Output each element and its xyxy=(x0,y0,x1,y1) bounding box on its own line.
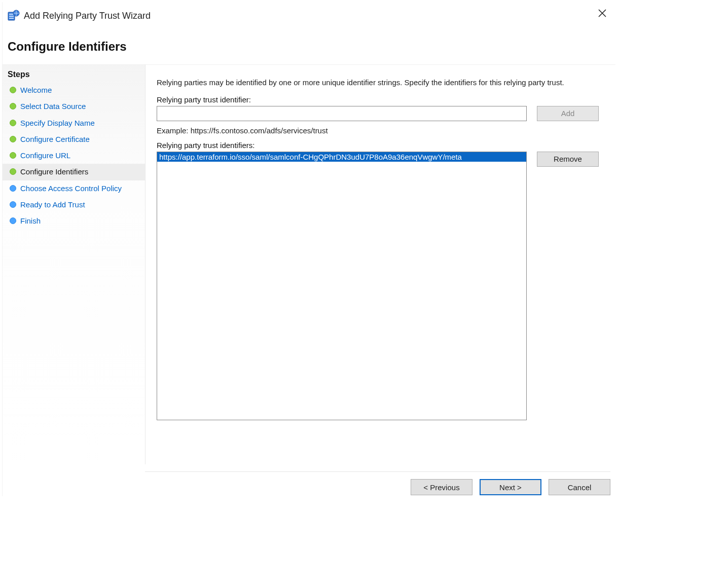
step-label: Configure Identifiers xyxy=(20,167,140,177)
step-label: Select Data Source xyxy=(20,101,140,112)
step-bullet-icon xyxy=(10,217,16,224)
step-bullet-icon xyxy=(10,87,16,93)
identifiers-listbox[interactable]: https://app.terraform.io/sso/saml/samlco… xyxy=(157,152,527,420)
cancel-button[interactable]: Cancel xyxy=(549,479,610,495)
next-button[interactable]: Next > xyxy=(480,479,541,495)
step-item-2[interactable]: Specify Display Name xyxy=(3,115,145,131)
step-bullet-icon xyxy=(10,201,16,208)
titlebar: Add Relying Party Trust Wizard xyxy=(3,2,615,27)
step-bullet-icon xyxy=(10,185,16,192)
step-label: Specify Display Name xyxy=(20,118,140,128)
previous-button[interactable]: < Previous xyxy=(411,479,472,495)
description-text: Relying parties may be identified by one… xyxy=(157,77,604,88)
step-item-8[interactable]: Finish xyxy=(3,213,145,229)
identifier-input-label: Relying party trust identifier: xyxy=(157,95,604,104)
step-label: Configure Certificate xyxy=(20,134,140,144)
main-pane: Relying parties may be identified by one… xyxy=(145,64,615,464)
step-label: Configure URL xyxy=(20,151,140,161)
wizard-window: Add Relying Party Trust Wizard Configure… xyxy=(2,2,615,496)
step-bullet-icon xyxy=(10,120,16,126)
identifier-input[interactable] xyxy=(157,106,527,121)
step-bullet-icon xyxy=(10,168,16,175)
step-item-6[interactable]: Choose Access Control Policy xyxy=(3,180,145,197)
identifiers-list-label: Relying party trust identifiers: xyxy=(157,141,604,150)
step-label: Ready to Add Trust xyxy=(20,200,140,210)
step-item-7[interactable]: Ready to Add Trust xyxy=(3,197,145,213)
step-item-0[interactable]: Welcome xyxy=(3,82,145,98)
step-label: Welcome xyxy=(20,85,140,95)
steps-heading: Steps xyxy=(3,68,145,82)
remove-button[interactable]: Remove xyxy=(537,152,599,167)
step-bullet-icon xyxy=(10,152,16,159)
step-item-4[interactable]: Configure URL xyxy=(3,148,145,164)
window-title: Add Relying Party Trust Wizard xyxy=(24,11,151,21)
step-bullet-icon xyxy=(10,136,16,142)
close-button[interactable] xyxy=(595,6,609,20)
example-text: Example: https://fs.contoso.com/adfs/ser… xyxy=(157,126,604,135)
add-button[interactable]: Add xyxy=(537,106,599,121)
step-item-3[interactable]: Configure Certificate xyxy=(3,131,145,148)
step-label: Choose Access Control Policy xyxy=(20,184,140,194)
wizard-footer: < Previous Next > Cancel xyxy=(145,471,610,495)
page-heading: Configure Identifiers xyxy=(8,40,610,54)
svg-rect-3 xyxy=(9,18,14,19)
svg-rect-2 xyxy=(9,16,14,17)
wizard-icon xyxy=(8,10,20,22)
page-heading-bar: Configure Identifiers xyxy=(3,27,615,64)
step-item-5: Configure Identifiers xyxy=(3,164,145,180)
identifier-list-item[interactable]: https://app.terraform.io/sso/saml/samlco… xyxy=(157,152,526,162)
step-item-1[interactable]: Select Data Source xyxy=(3,98,145,115)
step-label: Finish xyxy=(20,216,140,226)
steps-sidebar: Steps WelcomeSelect Data SourceSpecify D… xyxy=(3,64,145,464)
step-bullet-icon xyxy=(10,103,16,109)
